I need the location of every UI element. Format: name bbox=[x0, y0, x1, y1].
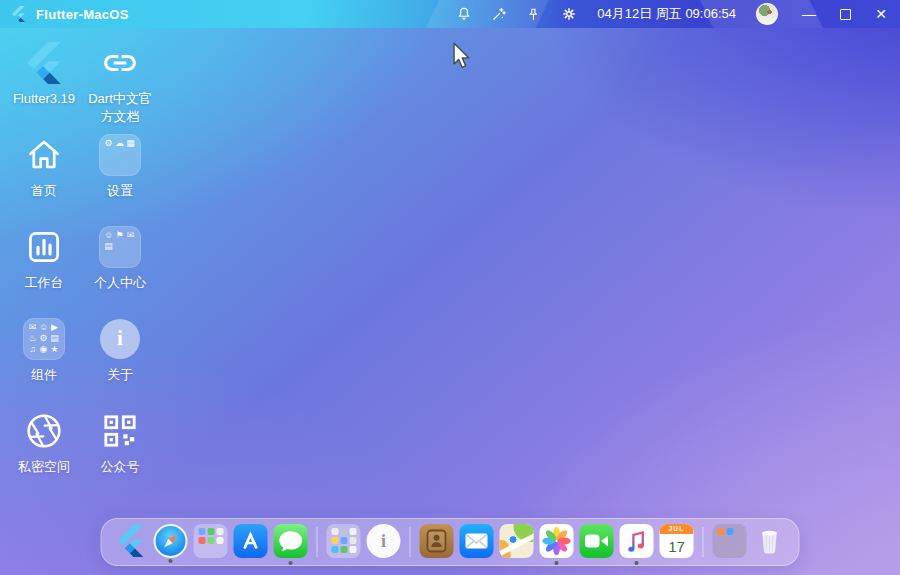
speech-bubble-icon bbox=[274, 524, 308, 558]
mini-music-icon: ♫ bbox=[28, 345, 37, 354]
flutter-logo-icon bbox=[118, 525, 144, 557]
calendar-month: JUL bbox=[660, 524, 694, 534]
close-button[interactable]: ✕ bbox=[874, 7, 888, 21]
dock-item-launchpad[interactable] bbox=[327, 524, 361, 558]
mini-person-icon: ☺ bbox=[39, 323, 48, 332]
desktop-icon-grid: Flutter3.19 Dart中文官方文档 首页 bbox=[6, 36, 158, 496]
video-camera-icon bbox=[580, 524, 614, 558]
desktop-item-label: Dart中文官方文档 bbox=[84, 90, 156, 125]
settings-folder-icon: ⚙ ☁ ▦ bbox=[99, 131, 141, 178]
mini-gear-icon: ⚙ bbox=[104, 139, 113, 148]
maximize-button[interactable] bbox=[838, 7, 852, 21]
dock-item-facetime[interactable] bbox=[580, 524, 614, 558]
mini-star-icon: ★ bbox=[50, 345, 59, 354]
mini-cloud-icon: ☁ bbox=[115, 139, 124, 148]
dock-item-info[interactable]: i bbox=[367, 524, 401, 558]
dock-item-mail[interactable] bbox=[460, 524, 494, 558]
dock-item-misc-folder[interactable] bbox=[713, 524, 747, 558]
dock-item-apps-folder[interactable] bbox=[194, 524, 228, 558]
mini-app-tile bbox=[340, 546, 347, 553]
app-store-a-icon bbox=[234, 524, 268, 558]
mini-app-tile bbox=[340, 528, 347, 535]
home-icon bbox=[26, 131, 62, 178]
mini-window-icon: ▦ bbox=[126, 139, 135, 148]
trash-bin-icon bbox=[755, 525, 785, 557]
clock-datetime: 04月12日 周五 09:06:54 bbox=[597, 5, 736, 23]
desktop-item-label: 公众号 bbox=[101, 458, 140, 476]
info-icon: i bbox=[100, 319, 140, 359]
bell-icon[interactable] bbox=[455, 6, 472, 23]
desktop-item-label: 工作台 bbox=[25, 274, 64, 292]
titlebar: Flutter-MacOS bbox=[0, 0, 900, 28]
bar-chart-icon bbox=[25, 223, 63, 270]
components-folder-icon: ✉ ☺ ▶ ♨ ⚙ ▤ ♫ ◉ ★ bbox=[23, 315, 65, 362]
desktop-item-workbench[interactable]: 工作台 bbox=[6, 220, 82, 312]
pin-icon[interactable] bbox=[525, 6, 542, 23]
dock: i bbox=[101, 518, 800, 566]
dock-item-music[interactable] bbox=[620, 524, 654, 558]
envelope-icon bbox=[460, 524, 494, 558]
desktop-item-home[interactable]: 首页 bbox=[6, 128, 82, 220]
mini-app-tile bbox=[331, 546, 338, 553]
map-location-dot bbox=[509, 535, 518, 544]
mini-app-tile bbox=[216, 528, 223, 535]
desktop-wallpaper: Flutter3.19 Dart中文官方文档 首页 bbox=[0, 28, 900, 575]
photos-flower-icon bbox=[540, 524, 574, 558]
dock-item-messages[interactable] bbox=[274, 524, 308, 558]
dock-item-maps[interactable] bbox=[500, 524, 534, 558]
dock-divider bbox=[317, 527, 318, 557]
profile-folder-icon: ☺ ⚑ ✉ ▤ bbox=[99, 223, 141, 270]
mini-app-tile bbox=[198, 537, 205, 544]
gear-icon[interactable] bbox=[560, 6, 577, 23]
dock-item-safari[interactable] bbox=[154, 524, 188, 558]
dock-item-flutter[interactable] bbox=[114, 524, 148, 558]
mini-app-tile bbox=[216, 537, 223, 544]
desktop-item-label: 设置 bbox=[107, 182, 133, 200]
desktop-item-private-space[interactable]: 私密空间 bbox=[6, 404, 82, 496]
mini-app-tile bbox=[207, 528, 214, 535]
compass-needle-icon bbox=[158, 528, 184, 554]
mini-app-tile bbox=[340, 537, 347, 544]
desktop-item-settings[interactable]: ⚙ ☁ ▦ 设置 bbox=[82, 128, 158, 220]
dock-item-photos[interactable] bbox=[540, 524, 574, 558]
mini-card-icon: ▤ bbox=[50, 334, 59, 343]
mini-app-tile bbox=[331, 528, 338, 535]
mini-app-tile bbox=[331, 537, 338, 544]
magic-wand-icon[interactable] bbox=[490, 6, 507, 23]
aperture-icon bbox=[24, 407, 64, 454]
flutter-logo-icon bbox=[27, 39, 61, 86]
window-title: Flutter-MacOS bbox=[36, 7, 129, 22]
desktop-item-official-account[interactable]: 公众号 bbox=[82, 404, 158, 496]
desktop-item-flutter-version[interactable]: Flutter3.19 bbox=[6, 36, 82, 128]
flutter-logo-icon bbox=[10, 6, 27, 23]
mini-flag-icon: ⚑ bbox=[115, 231, 124, 240]
desktop-item-about[interactable]: i 关于 bbox=[82, 312, 158, 404]
mini-hot-icon: ♨ bbox=[28, 334, 37, 343]
mini-person-icon: ☺ bbox=[104, 231, 113, 240]
desktop-item-label: 首页 bbox=[31, 182, 57, 200]
link-icon bbox=[101, 39, 139, 86]
dock-item-contacts[interactable] bbox=[420, 524, 454, 558]
dock-item-trash[interactable] bbox=[753, 524, 787, 558]
desktop-item-label: 关于 bbox=[107, 366, 133, 384]
dock-item-calendar[interactable]: JUL 17 bbox=[660, 524, 694, 558]
qr-code-icon bbox=[103, 407, 137, 454]
desktop-item-dart-docs[interactable]: Dart中文官方文档 bbox=[82, 36, 158, 128]
minimize-button[interactable]: — bbox=[802, 7, 816, 21]
dock-divider bbox=[703, 527, 704, 557]
mini-dot-icon: ◉ bbox=[39, 345, 48, 354]
dock-divider bbox=[410, 527, 411, 557]
desktop-item-label: 个人中心 bbox=[94, 274, 146, 292]
desktop-item-label: 私密空间 bbox=[18, 458, 70, 476]
desktop-item-components[interactable]: ✉ ☺ ▶ ♨ ⚙ ▤ ♫ ◉ ★ 组件 bbox=[6, 312, 82, 404]
mini-play-icon: ▶ bbox=[50, 323, 59, 332]
desktop-item-profile-center[interactable]: ☺ ⚑ ✉ ▤ 个人中心 bbox=[82, 220, 158, 312]
user-avatar[interactable] bbox=[756, 3, 778, 25]
desktop-item-label: Flutter3.19 bbox=[13, 90, 75, 108]
mini-app-tile bbox=[207, 537, 214, 544]
mini-mail-icon: ✉ bbox=[28, 323, 37, 332]
dock-item-app-store[interactable] bbox=[234, 524, 268, 558]
mini-app-tile bbox=[717, 528, 724, 535]
calendar-day: 17 bbox=[660, 534, 694, 558]
mini-gear-icon: ⚙ bbox=[39, 334, 48, 343]
